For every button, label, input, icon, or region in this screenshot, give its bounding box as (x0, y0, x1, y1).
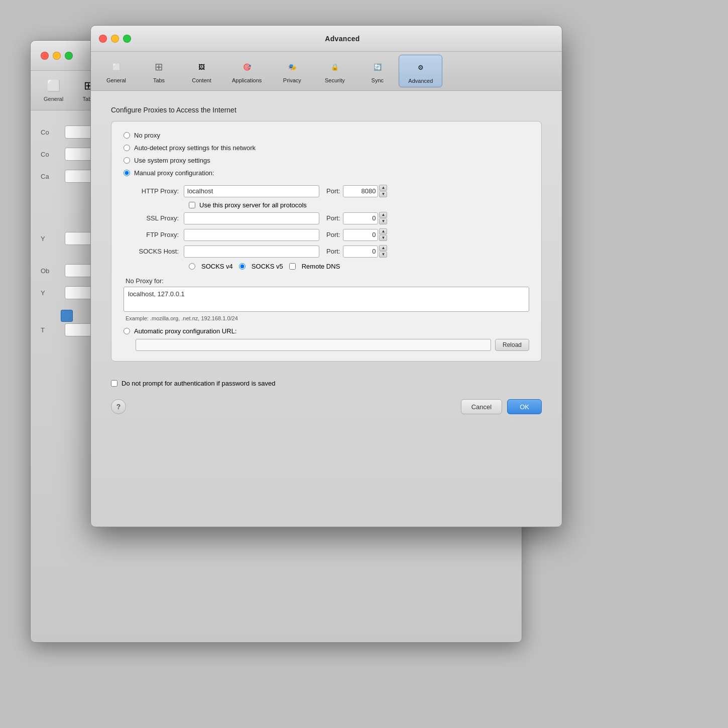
maximize-button[interactable] (123, 35, 131, 43)
use-for-all-checkbox[interactable] (189, 202, 195, 208)
tab-sync-label: Sync (372, 77, 384, 83)
socks-host-row: SOCKS Host: Port: ▲ ▼ (124, 245, 529, 258)
no-proxy-radio[interactable] (124, 132, 130, 139)
auto-proxy-row: Automatic proxy configuration URL: (124, 327, 529, 335)
ssl-port-stepper[interactable]: ▲ ▼ (379, 212, 387, 224)
ssl-port-up[interactable]: ▲ (379, 212, 387, 218)
bg-min-btn[interactable] (53, 52, 61, 60)
tab-content-icon: 🖼 (193, 58, 211, 76)
use-for-all-label: Use this proxy server for all protocols (199, 201, 307, 209)
ssl-proxy-label: SSL Proxy: (124, 214, 184, 222)
cancel-button[interactable]: Cancel (461, 399, 502, 414)
dialog-body: Configure Proxies to Access the Internet… (91, 91, 562, 372)
tab-general-icon: ⬜ (107, 58, 126, 76)
tab-security-icon: 🔒 (326, 58, 344, 76)
ok-button[interactable]: OK (507, 399, 542, 414)
manual-proxy-label: Manual proxy configuration: (134, 169, 214, 177)
auto-proxy-url-input[interactable] (136, 339, 491, 351)
toolbar: ⬜ General ⊞ Tabs 🖼 Content 🎯 Application… (91, 52, 562, 91)
system-proxy-radio[interactable] (124, 157, 130, 164)
http-proxy-label: HTTP Proxy: (124, 187, 184, 195)
manual-proxy-radio[interactable] (124, 170, 130, 176)
traffic-lights (99, 35, 131, 43)
help-button[interactable]: ? (111, 399, 126, 414)
tab-advanced-label: Advanced (408, 78, 433, 84)
remote-dns-label: Remote DNS (302, 263, 340, 270)
tab-applications-label: Applications (232, 77, 262, 83)
socks-v5-radio[interactable] (239, 263, 246, 270)
tab-general[interactable]: ⬜ General (95, 55, 138, 87)
main-dialog: Advanced ⬜ General ⊞ Tabs 🖼 Content 🎯 Ap… (90, 25, 562, 527)
auto-detect-radio[interactable] (124, 145, 130, 151)
bg-close-btn[interactable] (41, 52, 49, 60)
example-text: Example: .mozilla.org, .net.nz, 192.168.… (126, 315, 529, 321)
reload-button[interactable]: Reload (495, 339, 529, 351)
ftp-port-down[interactable]: ▼ (379, 235, 387, 241)
proxy-panel: No proxy Auto-detect proxy settings for … (111, 121, 542, 361)
ftp-proxy-input[interactable] (184, 229, 319, 241)
socks-port-input[interactable] (343, 246, 378, 258)
no-proxy-label: No proxy (134, 132, 160, 139)
radio-manual-proxy-row: Manual proxy configuration: (124, 169, 529, 177)
tab-applications[interactable]: 🎯 Applications (223, 55, 271, 87)
ftp-port-input[interactable] (343, 229, 378, 241)
no-proxy-for-label: No Proxy for: (126, 277, 529, 285)
tab-security-label: Security (325, 77, 345, 83)
no-auth-prompt-checkbox[interactable] (111, 380, 117, 387)
window-title: Advanced (131, 35, 554, 43)
http-port-up[interactable]: ▲ (379, 185, 387, 191)
general-icon: ⬜ (46, 78, 62, 94)
http-proxy-row: HTTP Proxy: Port: ▲ ▼ (124, 185, 529, 197)
remote-dns-checkbox[interactable] (289, 263, 296, 270)
tab-security[interactable]: 🔒 Security (313, 55, 356, 87)
ssl-proxy-row: SSL Proxy: Port: ▲ ▼ (124, 212, 529, 224)
bg-traffic-lights (41, 52, 73, 60)
radio-system-proxy-row: Use system proxy settings (124, 157, 529, 164)
dialog-title: Configure Proxies to Access the Internet (111, 106, 542, 114)
auto-proxy-label: Automatic proxy configuration URL: (134, 327, 236, 335)
ftp-proxy-label: FTP Proxy: (124, 231, 184, 238)
bg-max-btn[interactable] (65, 52, 73, 60)
no-proxy-textarea[interactable]: localhost, 127.0.0.1 (124, 287, 529, 312)
close-button[interactable] (99, 35, 107, 43)
bottom-checkbox-row: Do not prompt for authentication if pass… (111, 380, 542, 387)
http-proxy-section: HTTP Proxy: Port: ▲ ▼ Use this proxy ser… (124, 185, 529, 270)
socks-host-input[interactable] (184, 246, 319, 258)
ssl-port-down[interactable]: ▼ (379, 218, 387, 224)
http-proxy-input[interactable] (184, 185, 319, 197)
socks-v4-label: SOCKS v4 (201, 263, 233, 270)
ftp-port-stepper[interactable]: ▲ ▼ (379, 228, 387, 241)
socks-port-stepper[interactable]: ▲ ▼ (379, 245, 387, 258)
tab-content[interactable]: 🖼 Content (180, 55, 223, 87)
ftp-port-label: Port: (326, 231, 340, 238)
tab-advanced[interactable]: ⚙ Advanced (399, 55, 442, 87)
auto-proxy-radio[interactable] (124, 328, 130, 334)
bottom-area: Do not prompt for authentication if pass… (91, 372, 562, 392)
ssl-proxy-input[interactable] (184, 212, 319, 224)
http-port-label: Port: (326, 187, 340, 195)
socks-port-up[interactable]: ▲ (379, 245, 387, 251)
tab-sync[interactable]: 🔄 Sync (356, 55, 399, 87)
tab-sync-icon: 🔄 (369, 58, 387, 76)
tab-tabs[interactable]: ⊞ Tabs (138, 55, 180, 87)
footer: ? Cancel OK (91, 392, 562, 426)
system-proxy-label: Use system proxy settings (134, 157, 210, 164)
tab-advanced-icon: ⚙ (412, 58, 430, 76)
radio-auto-detect-row: Auto-detect proxy settings for this netw… (124, 144, 529, 152)
socks-port-label: Port: (326, 248, 340, 255)
no-proxy-section: No Proxy for: localhost, 127.0.0.1 Examp… (124, 277, 529, 321)
socks-v4-radio[interactable] (189, 263, 195, 270)
socks-version-row: SOCKS v4 SOCKS v5 Remote DNS (189, 263, 529, 270)
http-port-down[interactable]: ▼ (379, 191, 387, 197)
tab-privacy[interactable]: 🎭 Privacy (271, 55, 313, 87)
ssl-port-input[interactable] (343, 212, 378, 224)
socks-host-label: SOCKS Host: (124, 248, 184, 255)
http-port-stepper[interactable]: ▲ ▼ (379, 185, 387, 197)
ftp-port-up[interactable]: ▲ (379, 228, 387, 234)
bg-tab-general[interactable]: ⬜ General (36, 75, 71, 106)
http-port-input[interactable] (343, 185, 378, 197)
minimize-button[interactable] (111, 35, 119, 43)
socks-port-down[interactable]: ▼ (379, 252, 387, 258)
tab-applications-icon: 🎯 (238, 58, 256, 76)
auto-proxy-url-row: Reload (134, 339, 529, 351)
